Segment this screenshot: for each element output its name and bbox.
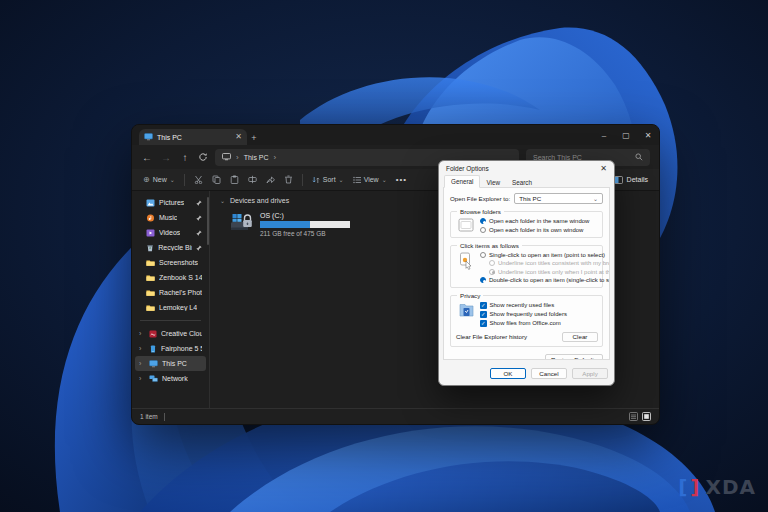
navigation-pane: Pictures Music Videos Recycle Bin Scree: [132, 191, 210, 408]
sidebar-item-zenbook[interactable]: Zenbook S 14 r: [135, 270, 206, 285]
recycle-bin-icon: [146, 244, 154, 252]
tab-title: This PC: [157, 134, 182, 141]
explorer-tab-this-pc[interactable]: This PC ✕: [139, 129, 247, 145]
clear-button[interactable]: Clear: [562, 332, 598, 342]
videos-icon: [146, 229, 155, 237]
radio-same-window[interactable]: Open each folder in the same window: [480, 218, 598, 224]
apply-button[interactable]: Apply: [572, 368, 608, 379]
chevron-right-icon[interactable]: ›: [139, 375, 145, 382]
tab-general[interactable]: General: [444, 175, 480, 188]
chevron-right-icon[interactable]: ›: [139, 330, 145, 337]
monitor-icon: [144, 133, 153, 141]
new-button[interactable]: ⊕ New⌄: [143, 175, 175, 184]
chevron-down-icon: ⌄: [382, 176, 387, 183]
cancel-button[interactable]: Cancel: [531, 368, 567, 379]
tab-close-icon[interactable]: ✕: [235, 133, 242, 141]
dialog-titlebar[interactable]: Folder Options ✕: [439, 161, 614, 176]
chevron-down-icon[interactable]: ⌄: [220, 197, 225, 204]
up-icon[interactable]: ↑: [179, 152, 191, 163]
click-pointer-icon: [459, 252, 473, 270]
ok-button[interactable]: OK: [490, 368, 526, 379]
minimize-button[interactable]: –: [593, 125, 615, 145]
folder-options-dialog: Folder Options ✕ General View Search Ope…: [438, 160, 615, 386]
details-button[interactable]: Details: [614, 176, 648, 184]
this-pc-icon: [222, 153, 231, 161]
checkbox-frequent-folders[interactable]: ✓Show frequently used folders: [480, 311, 598, 318]
refresh-icon[interactable]: [198, 152, 208, 162]
sidebar-item-screenshots[interactable]: Screenshots: [135, 255, 206, 270]
sidebar-divider: [140, 320, 201, 321]
maximize-button[interactable]: ▢: [615, 125, 637, 145]
restore-defaults-button[interactable]: Restore Defaults: [545, 354, 603, 361]
dialog-close-icon[interactable]: ✕: [600, 164, 607, 173]
scrollbar[interactable]: [207, 197, 209, 245]
more-options-icon[interactable]: •••: [396, 175, 407, 184]
share-icon[interactable]: [266, 175, 275, 184]
xda-bracket-right-icon: ]: [690, 475, 700, 499]
drive-usage-fill: [260, 221, 310, 228]
divider: [184, 174, 185, 186]
sidebar-item-pictures[interactable]: Pictures: [135, 195, 206, 210]
drive-usage-bar: [260, 221, 350, 228]
radio-single-click[interactable]: Single-click to open an item (point to s…: [480, 252, 598, 258]
sidebar-item-rachels-photos[interactable]: Rachel's Photos: [135, 285, 206, 300]
open-file-explorer-to-label: Open File Explorer to:: [450, 195, 510, 202]
paste-icon[interactable]: [230, 175, 239, 184]
divider: [302, 174, 303, 186]
folder-icon: [146, 289, 155, 297]
explorer-titlebar[interactable]: This PC ✕ + – ▢ ✕: [132, 125, 659, 145]
chevron-right-icon[interactable]: ›: [139, 360, 145, 367]
cut-icon[interactable]: [194, 175, 203, 184]
sidebar-item-lemokey[interactable]: Lemokey L4: [135, 300, 206, 315]
checkbox-checked-icon: ✓: [480, 311, 487, 318]
folder-icon: [146, 274, 155, 282]
sidebar-item-creative-cloud[interactable]: › Creative Cloud F: [135, 326, 206, 341]
back-icon[interactable]: ←: [141, 152, 153, 163]
pin-icon: [196, 200, 202, 206]
checkbox-office-files[interactable]: ✓Show files from Office.com: [480, 320, 598, 327]
view-button[interactable]: View⌄: [353, 176, 387, 184]
pin-icon: [196, 215, 202, 221]
items-count: 1 item: [140, 413, 158, 420]
checkbox-recent-files[interactable]: ✓Show recently used files: [480, 302, 598, 309]
sidebar-item-network[interactable]: › Network: [135, 371, 206, 386]
chevron-right-icon[interactable]: ›: [139, 345, 145, 352]
folder-icon: [146, 304, 155, 312]
details-view-icon[interactable]: [629, 412, 638, 421]
icons-view-icon[interactable]: [642, 412, 651, 421]
tab-search[interactable]: Search: [506, 177, 538, 188]
xda-logo-text: XDA: [706, 475, 757, 499]
copy-icon[interactable]: [212, 175, 221, 184]
radio-double-click[interactable]: Double-click to open an item (single-cli…: [480, 277, 598, 283]
sidebar-item-music[interactable]: Music: [135, 210, 206, 225]
sidebar-item-fairphone[interactable]: › Fairphone 5 5G: [135, 341, 206, 356]
browse-folders-icon: [458, 218, 474, 232]
new-tab-button[interactable]: +: [247, 133, 261, 145]
sidebar-item-this-pc[interactable]: › This PC: [135, 356, 206, 371]
privacy-icon: [459, 302, 474, 318]
phone-icon: [149, 345, 157, 353]
radio-on-icon: [480, 277, 486, 283]
sidebar-item-videos[interactable]: Videos: [135, 225, 206, 240]
sidebar-item-recycle-bin[interactable]: Recycle Bin: [135, 240, 206, 255]
breadcrumb-item[interactable]: This PC: [244, 154, 269, 161]
forward-icon[interactable]: →: [160, 152, 172, 163]
drive-free-space: 211 GB free of 475 GB: [260, 230, 350, 237]
sort-button[interactable]: Sort⌄: [312, 176, 344, 184]
dialog-title: Folder Options: [446, 165, 489, 172]
open-to-dropdown[interactable]: This PC ⌄: [514, 193, 603, 204]
status-bar: 1 item: [132, 408, 659, 424]
radio-off-icon: [480, 252, 486, 258]
radio-own-window[interactable]: Open each folder in its own window: [480, 227, 598, 233]
pin-icon: [196, 245, 202, 251]
chevron-right-icon[interactable]: ›: [274, 153, 277, 162]
delete-icon[interactable]: [284, 175, 293, 184]
music-icon: [146, 214, 155, 222]
privacy-group: Privacy ✓Show recently used files ✓Show …: [450, 295, 603, 347]
tab-view[interactable]: View: [480, 177, 506, 188]
close-button[interactable]: ✕: [637, 125, 659, 145]
radio-off-icon: [480, 227, 486, 233]
radio-on-icon: [480, 218, 486, 224]
rename-icon[interactable]: [248, 175, 257, 184]
drive-bitlocker-icon: [230, 212, 254, 233]
